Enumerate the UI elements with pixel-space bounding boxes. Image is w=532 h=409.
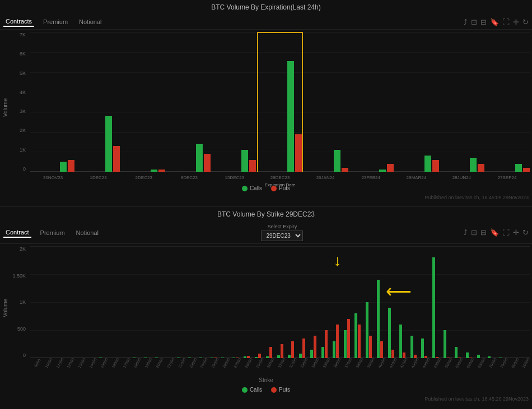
chart2-bar-group bbox=[53, 246, 64, 358]
chart1-bars: Expiration Date bbox=[30, 32, 530, 172]
calls-legend-dot bbox=[242, 186, 248, 191]
chart2-x-axis: 5000100001100012000130001400015000160001… bbox=[30, 358, 530, 369]
chart2-bar-group bbox=[230, 246, 241, 358]
chart1-container: BTC Volume By Expiration(Last 24h) Contr… bbox=[0, 0, 532, 207]
chart2-bar-group bbox=[74, 246, 86, 358]
chart2-bar-group bbox=[41, 246, 53, 358]
share-icon[interactable]: ⤴ bbox=[464, 18, 468, 26]
chart1-bar-group bbox=[76, 32, 120, 172]
calls-legend-label: Calls bbox=[250, 185, 262, 191]
chart2-bars bbox=[30, 246, 530, 358]
puts-legend-label2: Puts bbox=[279, 387, 290, 393]
chart2-bar-group bbox=[186, 246, 197, 358]
download-icon[interactable]: ⊡ bbox=[471, 18, 477, 26]
chart1-bar-group: Expiration Date bbox=[257, 32, 304, 172]
chart2-container: BTC Volume By Strike 29DEC23 Contract Pr… bbox=[0, 207, 532, 409]
chart1-bar-group bbox=[304, 32, 348, 172]
chart2-bar-group bbox=[419, 246, 430, 358]
chart2-bar-group bbox=[441, 246, 452, 358]
chart2-bar-group bbox=[330, 246, 341, 358]
tab-premium[interactable]: Premium bbox=[41, 17, 70, 26]
chart2-bar-group bbox=[508, 246, 519, 358]
chart2-bar-group bbox=[297, 246, 308, 358]
chart1-bar-group bbox=[486, 32, 530, 172]
chart1-x-axis: 30NOV231DEC232DEC238DEC2315DEC2329DEC232… bbox=[30, 172, 530, 183]
chart2-bar-group bbox=[452, 246, 463, 358]
chart2-bar-group bbox=[341, 246, 352, 358]
chart1-bar-group bbox=[212, 32, 256, 172]
chart2-published: Published on laevitas.ch, 16:45:20 29Nov… bbox=[0, 395, 532, 403]
camera-icon2[interactable]: ⊟ bbox=[480, 228, 487, 237]
tab-contracts[interactable]: Contracts bbox=[3, 17, 34, 27]
download-icon2[interactable]: ⊡ bbox=[471, 228, 477, 237]
chart2-bar-group bbox=[175, 246, 186, 358]
chart2-y-ticks: 2K1.50K1K5000 bbox=[10, 246, 28, 358]
tab-contract[interactable]: Contract bbox=[3, 228, 31, 238]
chart1-bar-group bbox=[440, 32, 484, 172]
chart2-bar-group bbox=[219, 246, 230, 358]
chart1-y-label: Volume bbox=[0, 32, 10, 183]
calls-legend-dot2 bbox=[242, 387, 248, 393]
chart2-bar-group bbox=[164, 246, 175, 358]
refresh-icon2[interactable]: ↻ bbox=[522, 228, 529, 237]
chart2-bar-group bbox=[108, 246, 119, 358]
chart2-bar-group bbox=[497, 246, 508, 358]
chart2-bar-group bbox=[386, 246, 397, 358]
chart2-bar-group bbox=[253, 246, 264, 358]
select-expiry-group: Select Expiry 29DEC23 1DEC23 8DEC23 15DE… bbox=[261, 224, 303, 241]
calls-legend-label2: Calls bbox=[250, 387, 262, 393]
chart2-bar-group bbox=[308, 246, 319, 358]
chart1-bar-group bbox=[121, 32, 165, 172]
chart1-y-ticks: 7K6K5K4K3K2K1K0 bbox=[10, 32, 28, 172]
select-expiry-label: Select Expiry bbox=[268, 224, 297, 229]
chart2-bar-group bbox=[430, 246, 441, 358]
camera-icon[interactable]: ⊟ bbox=[480, 18, 487, 26]
chart2-legend: Calls Puts bbox=[0, 384, 532, 395]
puts-legend-dot2 bbox=[271, 387, 277, 393]
chart1-bar-group bbox=[349, 32, 394, 172]
chart2-bar-group bbox=[375, 246, 386, 358]
crosshair-icon[interactable]: ✛ bbox=[513, 18, 519, 26]
chart2-bar-group bbox=[63, 246, 74, 358]
chart2-bar-group bbox=[519, 246, 530, 358]
tab-notional2[interactable]: Notional bbox=[74, 228, 101, 237]
share-icon2[interactable]: ⤴ bbox=[464, 228, 468, 237]
chart1-bar-group bbox=[30, 32, 74, 172]
chart2-bar-group bbox=[141, 246, 152, 358]
chart2-bar-group bbox=[263, 246, 274, 358]
chart2-bar-group bbox=[119, 246, 130, 358]
chart2-bar-group bbox=[408, 246, 419, 358]
chart2-bar-group bbox=[30, 246, 41, 358]
tab-premium2[interactable]: Premium bbox=[38, 228, 67, 237]
tab-notional[interactable]: Notional bbox=[77, 17, 104, 26]
chart2-bar-group bbox=[152, 246, 164, 358]
refresh-icon[interactable]: ↻ bbox=[522, 18, 529, 26]
crosshair-icon2[interactable]: ✛ bbox=[513, 228, 519, 237]
chart2-bar-group bbox=[463, 246, 474, 358]
chart2-bar-group bbox=[363, 246, 375, 358]
chart2-bar-group bbox=[208, 246, 219, 358]
chart2-x-axis-label: Strike bbox=[0, 369, 532, 384]
chart1-bar-group bbox=[166, 32, 211, 172]
chart2-y-label: Volume bbox=[0, 246, 10, 369]
bookmark-icon2[interactable]: 🔖 bbox=[490, 228, 499, 237]
chart1-toolbar: Contracts Premium Notional ⤴ ⊡ ⊟ 🔖 ⛶ ✛ ↻ bbox=[0, 15, 532, 30]
chart2-title: BTC Volume By Strike 29DEC23 bbox=[0, 207, 532, 218]
expiry-select[interactable]: 29DEC23 1DEC23 8DEC23 15DEC23 26JAN24 23… bbox=[261, 231, 303, 241]
chart2-bar-group bbox=[396, 246, 408, 358]
chart2-bar-group bbox=[274, 246, 286, 358]
expand-icon2[interactable]: ⛶ bbox=[502, 228, 510, 237]
chart2-bar-group bbox=[86, 246, 97, 358]
chart2-bar-group bbox=[319, 246, 330, 358]
chart2-bar-group bbox=[486, 246, 497, 358]
bookmark-icon[interactable]: 🔖 bbox=[490, 18, 499, 26]
chart1-title: BTC Volume By Expiration(Last 24h) bbox=[0, 0, 532, 11]
chart2-bar-group bbox=[286, 246, 297, 358]
chart2-bar-group bbox=[474, 246, 486, 358]
chart2-toolbar: Contract Premium Notional Select Expiry … bbox=[0, 222, 532, 244]
chart2-bar-group bbox=[352, 246, 363, 358]
chart1-published: Published on laevitas.ch, 16:45:09 29Nov… bbox=[0, 194, 532, 201]
expand-icon[interactable]: ⛶ bbox=[502, 18, 510, 26]
chart1-bar-group bbox=[395, 32, 439, 172]
chart2-bar-group bbox=[130, 246, 141, 358]
